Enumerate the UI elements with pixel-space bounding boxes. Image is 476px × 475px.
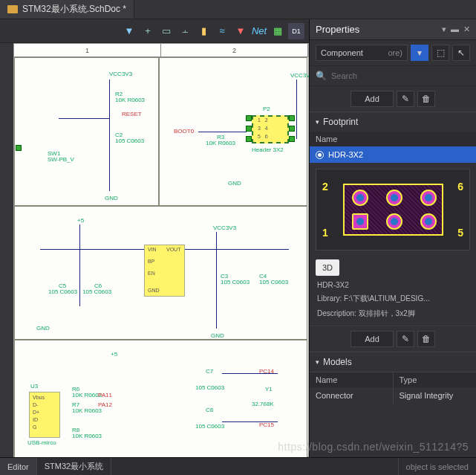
status-doc[interactable]: STM32最小系统 (37, 458, 111, 475)
filter-funnel-icon[interactable]: ▾ (411, 45, 428, 61)
document-tab[interactable]: STM32最小系统.SchDoc * (0, 0, 134, 19)
ruler-top: 12 (14, 44, 308, 57)
tab-title: STM32最小系统.SchDoc * (22, 3, 126, 16)
folder-icon (7, 5, 18, 13)
cursor-mode-icon[interactable]: ↖ (452, 45, 470, 61)
footprint-name-label: HDR-3X2 (310, 279, 476, 291)
delete-footprint-icon[interactable]: 🗑 (417, 331, 435, 347)
footprint-description: Description: 双排排针，3x2脚 (310, 306, 476, 321)
models-section[interactable]: Models (310, 352, 476, 372)
min-icon[interactable]: ▬ (451, 25, 459, 34)
select-rect-icon[interactable]: ▭ (158, 23, 175, 39)
models-table: Name Connector Type Signal Integrity (310, 372, 476, 404)
add-button[interactable]: Add (351, 91, 394, 107)
status-bar: Editor STM32最小系统 object is selected (0, 457, 476, 475)
edit-footprint-icon[interactable]: ✎ (397, 331, 414, 347)
properties-header: Properties ▾ ▬ ✕ (310, 19, 476, 40)
watermark: https://blog.csdn.net/weixin_511214?5 (278, 441, 469, 453)
port (16, 145, 22, 151)
footprint-name-header: Name (310, 132, 476, 146)
3d-button[interactable]: 3D (316, 259, 339, 276)
align-icon[interactable]: ⫠ (177, 23, 193, 39)
filter-icon[interactable]: ▼ (121, 23, 137, 39)
add-footprint-button[interactable]: Add (351, 331, 394, 347)
ic-icon[interactable]: ▮ (195, 23, 212, 39)
wave-icon[interactable]: ≈ (214, 23, 230, 39)
footprint-library: Library: F:\下载\ALTIUM_DESIG... (310, 291, 476, 306)
footprint-section[interactable]: Footprint (310, 112, 476, 132)
models-type-header: Type (394, 372, 477, 387)
search-icon: 🔍 (316, 71, 327, 81)
select-mode-icon[interactable]: ⬚ (431, 45, 449, 61)
editor-tab[interactable]: Editor (0, 458, 37, 475)
close-icon[interactable]: ✕ (463, 25, 470, 34)
plus-icon[interactable]: + (140, 23, 156, 39)
component-dropdown[interactable]: Componentore) (316, 45, 408, 61)
models-name-value[interactable]: Connector (310, 387, 393, 404)
down-icon[interactable]: ▼ (232, 23, 249, 39)
delete-icon[interactable]: 🗑 (417, 91, 435, 107)
footprint-preview[interactable]: 2 1 6 5 (316, 169, 470, 251)
pin-icon[interactable]: ▾ (442, 25, 446, 34)
radio-icon (316, 151, 324, 159)
dim-icon[interactable]: D1 (288, 23, 304, 39)
footprint-row-selected[interactable]: HDR-3X2 (310, 146, 476, 163)
schematic-sheet[interactable]: 12 VCC3V3 R2 10K R0603 RESET C2 105 C060… (13, 43, 309, 457)
models-type-value[interactable]: Signal Integrity (394, 387, 477, 404)
schematic-canvas[interactable]: ▼ + ▭ ⫠ ▮ ≈ ▼ Net ▦ D1 12 VCC3V3 R2 10K … (0, 19, 309, 457)
status-info: object is selected (398, 458, 476, 475)
chip-icon[interactable]: ▦ (270, 23, 286, 39)
models-name-header: Name (310, 372, 393, 387)
edit-icon[interactable]: ✎ (397, 91, 414, 107)
net-icon[interactable]: Net (251, 23, 267, 39)
properties-panel: Properties ▾ ▬ ✕ Componentore) ▾ ⬚ ↖ 🔍 A… (309, 19, 476, 457)
search-input[interactable] (331, 71, 470, 80)
canvas-toolbar: ▼ + ▭ ⫠ ▮ ≈ ▼ Net ▦ D1 (0, 19, 309, 43)
